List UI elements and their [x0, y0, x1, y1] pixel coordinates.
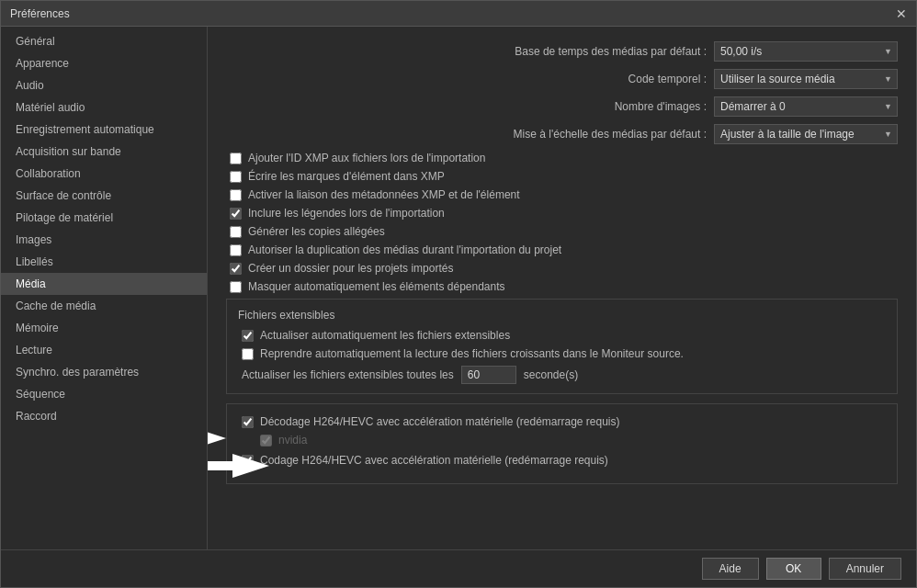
sidebar-item-16[interactable]: Séquence — [1, 383, 207, 405]
mise-echelle-select-wrapper[interactable]: Ajuster à la taille de l'image — [714, 124, 898, 144]
base-temps-label: Base de temps des médias par défaut : — [515, 45, 707, 58]
checkbox-masquer-elements: Masquer automatiquement les éléments dép… — [226, 280, 898, 293]
sidebar-item-3[interactable]: Matériel audio — [1, 96, 207, 119]
checkbox-actualiser-auto-label: Actualiser automatiquement les fichiers … — [260, 329, 510, 342]
checkbox-encode-h264: Codage H264/HEVC avec accélération matér… — [238, 454, 886, 467]
mise-echelle-select[interactable]: Ajuster à la taille de l'image — [714, 124, 898, 144]
code-temporel-select-wrapper[interactable]: Utiliser la source média — [714, 69, 898, 89]
checkbox-duplication-input[interactable] — [230, 244, 242, 256]
nombre-images-select-wrapper[interactable]: Démarrer à 0 — [714, 96, 898, 117]
nombre-images-label: Nombre d'images : — [615, 100, 707, 113]
sidebar-item-0[interactable]: Général — [1, 30, 207, 52]
code-temporel-row: Code temporel : Utiliser la source média — [226, 69, 898, 89]
checkbox-actualiser-auto: Actualiser automatiquement les fichiers … — [238, 329, 886, 342]
sidebar-item-7[interactable]: Surface de contrôle — [1, 185, 207, 207]
svg-marker-0 — [208, 426, 226, 450]
mise-echelle-label: Mise à l'échelle des médias par défaut : — [514, 128, 707, 141]
checkbox-actualiser-auto-input[interactable] — [242, 330, 254, 342]
annuler-button[interactable]: Annuler — [829, 558, 901, 580]
checkbox-encode-h264-input[interactable] — [242, 455, 254, 467]
checkbox-encode-h264-label: Codage H264/HEVC avec accélération matér… — [260, 454, 608, 467]
checkbox-copies-allegees-label: Générer les copies allégées — [248, 225, 385, 238]
checkbox-liaison-meta-label: Activer la liaison des métadonnées XMP e… — [248, 188, 520, 201]
checkbox-nvidia: nvidia — [238, 434, 886, 447]
footer: Aide OK Annuler — [1, 549, 916, 587]
interval-input[interactable] — [461, 366, 516, 384]
checkbox-legendes-label: Inclure les légendes lors de l'importati… — [248, 207, 445, 220]
interval-label: Actualiser les fichiers extensibles tout… — [242, 368, 454, 381]
main-panel: Base de temps des médias par défaut : 50… — [208, 27, 916, 549]
sidebar-item-13[interactable]: Mémoire — [1, 317, 207, 339]
expandable-section: Fichiers extensibles Actualiser automati… — [226, 299, 898, 394]
nombre-images-select[interactable]: Démarrer à 0 — [714, 96, 898, 117]
mise-echelle-row: Mise à l'échelle des médias par défaut :… — [226, 124, 898, 144]
sidebar-item-1[interactable]: Apparence — [1, 52, 207, 74]
sidebar-item-12[interactable]: Cache de média — [1, 295, 207, 317]
checkbox-decode-h264-input[interactable] — [242, 416, 254, 428]
checkbox-marques-xmp-input[interactable] — [230, 171, 242, 183]
sidebar-item-4[interactable]: Enregistrement automatique — [1, 119, 207, 141]
sidebar-item-15[interactable]: Synchro. des paramètres — [1, 361, 207, 383]
base-temps-row: Base de temps des médias par défaut : 50… — [226, 41, 898, 62]
sidebar-item-6[interactable]: Collaboration — [1, 163, 207, 185]
interval-unit: seconde(s) — [524, 368, 578, 381]
sidebar-item-14[interactable]: Lecture — [1, 339, 207, 361]
base-temps-select[interactable]: 50,00 i/s — [714, 41, 898, 62]
arrow-decode-icon — [208, 426, 226, 450]
checkbox-decode-h264: Décodage H264/HEVC avec accélération mat… — [238, 415, 886, 428]
checkbox-xmp-id-label: Ajouter l'ID XMP aux fichiers lors de l'… — [248, 152, 485, 164]
sidebar-item-2[interactable]: Audio — [1, 74, 207, 96]
checkbox-duplication-label: Autoriser la duplication des médias dura… — [248, 243, 561, 256]
checkbox-decode-h264-label: Décodage H264/HEVC avec accélération mat… — [260, 415, 620, 428]
base-temps-select-wrapper[interactable]: 50,00 i/s — [714, 41, 898, 62]
arrow-decode-wrapper: Ici — [208, 408, 226, 468]
sidebar-item-11[interactable]: Média — [1, 273, 207, 295]
sidebar-item-9[interactable]: Images — [1, 229, 207, 251]
checkbox-marques-xmp-label: Écrire les marques d'élément dans XMP — [248, 170, 445, 183]
code-temporel-label: Code temporel : — [628, 73, 707, 85]
aide-button[interactable]: Aide — [702, 558, 759, 580]
checkbox-liaison-meta-input[interactable] — [230, 189, 242, 201]
checkbox-reprendre-lecture-label: Reprendre automatiquement la lecture des… — [260, 347, 684, 360]
sidebar-item-8[interactable]: Pilotage de matériel — [1, 207, 207, 229]
checkbox-dossier-projets: Créer un dossier pour les projets import… — [226, 262, 898, 275]
hardware-section-wrapper: Ici Décodage H264/HEVC avec accélération… — [226, 403, 898, 484]
checkbox-liaison-meta: Activer la liaison des métadonnées XMP e… — [226, 188, 898, 201]
code-temporel-select[interactable]: Utiliser la source média — [714, 69, 898, 89]
checkbox-nvidia-input[interactable] — [260, 435, 272, 447]
sidebar-item-10[interactable]: Libellés — [1, 251, 207, 273]
checkbox-dossier-projets-input[interactable] — [230, 263, 242, 275]
checkbox-masquer-elements-label: Masquer automatiquement les éléments dép… — [248, 280, 505, 293]
title-bar: Préférences ✕ — [1, 1, 916, 27]
preferences-dialog: Préférences ✕ GénéralApparenceAudioMatér… — [0, 0, 917, 588]
ok-button[interactable]: OK — [766, 558, 821, 580]
nombre-images-row: Nombre d'images : Démarrer à 0 — [226, 96, 898, 117]
checkbox-copies-allegees-input[interactable] — [230, 226, 242, 238]
interval-row: Actualiser les fichiers extensibles tout… — [238, 366, 886, 384]
hardware-section: Décodage H264/HEVC avec accélération mat… — [226, 403, 898, 484]
checkbox-marques-xmp: Écrire les marques d'élément dans XMP — [226, 170, 898, 183]
sidebar-item-17[interactable]: Raccord — [1, 405, 207, 427]
sidebar: GénéralApparenceAudioMatériel audioEnreg… — [1, 27, 208, 549]
content-area: GénéralApparenceAudioMatériel audioEnreg… — [1, 27, 916, 549]
checkbox-duplication: Autoriser la duplication des médias dura… — [226, 243, 898, 256]
checkbox-masquer-elements-input[interactable] — [230, 281, 242, 293]
checkbox-nvidia-label: nvidia — [278, 434, 307, 447]
close-button[interactable]: ✕ — [896, 7, 907, 20]
checkbox-dossier-projets-label: Créer un dossier pour les projets import… — [248, 262, 453, 275]
checkbox-reprendre-lecture-input[interactable] — [242, 348, 254, 360]
checkbox-legendes: Inclure les légendes lors de l'importati… — [226, 207, 898, 220]
checkbox-xmp-id: Ajouter l'ID XMP aux fichiers lors de l'… — [226, 152, 898, 164]
checkbox-legendes-input[interactable] — [230, 208, 242, 220]
sidebar-item-5[interactable]: Acquisition sur bande — [1, 141, 207, 163]
checkbox-xmp-id-input[interactable] — [230, 153, 242, 164]
checkbox-reprendre-lecture: Reprendre automatiquement la lecture des… — [238, 347, 886, 360]
expandable-section-title: Fichiers extensibles — [238, 309, 886, 322]
dialog-title: Préférences — [10, 7, 70, 20]
checkbox-copies-allegees: Générer les copies allégées — [226, 225, 898, 238]
